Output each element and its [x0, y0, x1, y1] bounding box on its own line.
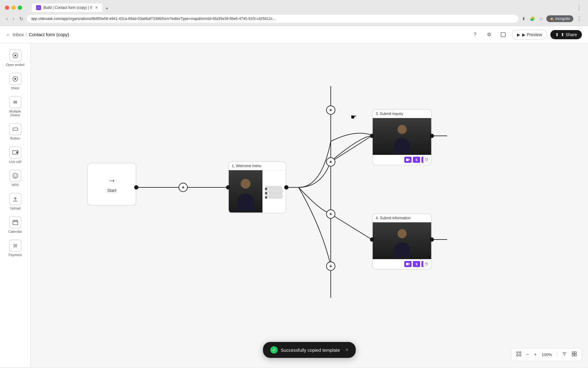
browser-chrome: V Build | Contact form (copy) | V ✕ + ⋮ … [0, 0, 588, 26]
video-action-btn[interactable] [404, 157, 412, 163]
svg-point-4 [14, 78, 16, 80]
svg-point-11 [13, 173, 18, 178]
bookmark-icon[interactable]: ☆ [538, 15, 545, 22]
svg-line-29 [331, 136, 372, 162]
breadcrumb: ← Inbox / Contact form (copy) [6, 32, 69, 37]
svg-marker-10 [16, 151, 18, 154]
submit-inquiry-header: 3. Submit inquiry [373, 110, 431, 118]
sidebar-label-live-call: Live call [9, 160, 21, 163]
sidebar-label-upload: Upload [10, 206, 21, 210]
sidebar-item-multiple-choice[interactable]: Multiple choice [2, 94, 28, 119]
more-options-button[interactable]: ⋮ [575, 14, 583, 23]
reload-button[interactable]: ↻ [18, 15, 24, 23]
svg-point-12 [14, 175, 14, 175]
sidebar-item-open-ended[interactable]: Open ended [2, 47, 28, 69]
top-plus-button[interactable]: + [326, 105, 335, 115]
welcome-node-options [262, 170, 286, 213]
welcome-node-content [229, 170, 286, 213]
dollar-action-btn-info[interactable]: $ [413, 261, 420, 267]
mid-lower-plus-button[interactable]: + [326, 209, 335, 219]
traffic-green[interactable] [18, 6, 22, 10]
svg-marker-38 [409, 159, 410, 161]
svg-rect-42 [425, 159, 427, 161]
mid-upper-plus-button[interactable]: + [326, 157, 335, 167]
svg-rect-31 [265, 188, 267, 190]
forward-button[interactable]: › [11, 15, 15, 23]
toast-success-icon: ✓ [270, 346, 278, 354]
sidebar-item-nps[interactable]: NPS [2, 167, 28, 189]
zoom-out-button[interactable]: − [525, 351, 530, 358]
svg-rect-58 [572, 354, 574, 356]
share-label: ⬆ Share [561, 32, 577, 37]
sidebar-label-multiple-choice: Multiple choice [4, 109, 26, 117]
submit-inquiry-node[interactable]: 3. Submit inquiry $ [372, 109, 432, 165]
sidebar-label-open-ended: Open ended [6, 63, 24, 67]
breadcrumb-separator: / [26, 32, 27, 37]
node-copy-icon-inquiry[interactable] [423, 157, 429, 163]
svg-rect-15 [13, 220, 18, 225]
fit-view-button[interactable] [515, 350, 522, 359]
svg-point-13 [16, 175, 16, 175]
tab-icon: V [36, 5, 41, 10]
live-call-icon [9, 146, 21, 159]
toast-close-button[interactable]: × [345, 347, 348, 353]
start-node[interactable]: → Start [87, 163, 136, 206]
multiple-choice-icon [9, 96, 21, 108]
bottom-plus-button[interactable]: + [326, 262, 335, 271]
submit-info-footer: $ [373, 259, 431, 269]
voice-icon [9, 73, 21, 85]
svg-rect-43 [406, 263, 409, 265]
start-to-welcome-plus[interactable]: + [179, 183, 188, 192]
zoom-in-button[interactable]: + [533, 351, 538, 358]
canvas[interactable]: → Start + 1. Welcome menu [31, 43, 588, 367]
filter-button[interactable] [561, 350, 568, 359]
preview-button[interactable]: ▶ ▶ Preview [512, 30, 547, 40]
app-body: Open ended Voice Multiple choice Button … [0, 43, 588, 367]
start-right-dot [134, 185, 138, 190]
sidebar-item-live-call[interactable]: Live call [2, 144, 28, 166]
grid-view-button[interactable] [571, 350, 578, 359]
incognito-button[interactable]: 🕵 Incognito [546, 15, 573, 22]
extension-icon[interactable]: 🧩 [529, 15, 536, 22]
submit-info-node[interactable]: 4. Submit information $ [372, 213, 432, 270]
plus-icon: + [182, 185, 184, 190]
sidebar-item-button[interactable]: Button [2, 121, 28, 143]
back-button[interactable]: ‹ [5, 15, 9, 23]
start-label: Start [107, 188, 116, 193]
close-tab-button[interactable]: ✕ [95, 6, 98, 10]
sidebar-item-voice[interactable]: Voice [2, 70, 28, 92]
sidebar: Open ended Voice Multiple choice Button … [0, 43, 31, 367]
inbox-link[interactable]: Inbox [13, 32, 24, 37]
svg-rect-37 [406, 159, 409, 161]
download-icon[interactable]: ⬇ [521, 15, 527, 22]
svg-rect-50 [519, 352, 521, 353]
welcome-menu-node[interactable]: 1. Welcome menu [228, 161, 286, 213]
active-tab[interactable]: V Build | Contact form (copy) | V ✕ [32, 3, 102, 12]
app-header: ← Inbox / Contact form (copy) ? ⚙ ▶ ▶ Pr… [0, 26, 588, 43]
dollar-action-btn[interactable]: $ [413, 157, 420, 163]
new-tab-button[interactable]: + [103, 6, 111, 12]
share-icon: ⬆ [555, 32, 559, 37]
sidebar-label-button: Button [10, 136, 20, 140]
mid-upper-plus-icon: + [329, 159, 332, 164]
traffic-red[interactable] [5, 6, 9, 10]
settings-button[interactable]: ⚙ [484, 29, 495, 40]
svg-rect-52 [519, 355, 521, 356]
nps-icon [9, 170, 21, 182]
sidebar-item-calendar[interactable]: Calendar [2, 214, 28, 236]
share-icon-button[interactable] [498, 29, 509, 40]
sidebar-item-upload[interactable]: Upload [2, 190, 28, 213]
traffic-yellow[interactable] [11, 6, 16, 10]
svg-rect-59 [575, 354, 576, 356]
info-right-dot [430, 237, 434, 242]
url-input[interactable] [27, 15, 518, 23]
bottom-plus-icon: + [329, 264, 332, 269]
node-copy-icon-info[interactable] [423, 261, 429, 267]
video-action-btn-info[interactable] [404, 261, 412, 267]
share-button[interactable]: ⬆ ⬆ Share [550, 30, 582, 39]
cursor-indicator: ☛ [351, 113, 357, 121]
preview-label: ▶ Preview [522, 32, 542, 37]
sidebar-item-payment[interactable]: Payment [2, 237, 28, 259]
help-button[interactable]: ? [469, 29, 481, 40]
browser-menu-button[interactable]: ⋮ [575, 3, 583, 12]
